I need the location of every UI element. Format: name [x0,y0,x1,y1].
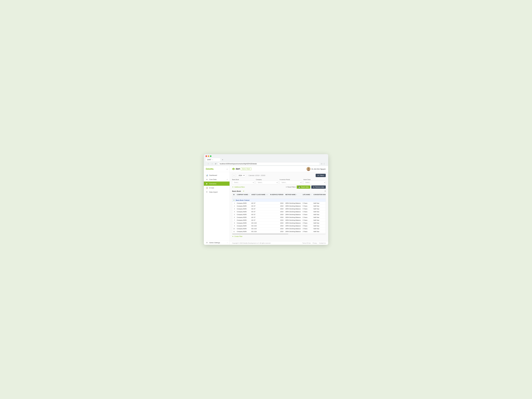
filters-button[interactable]: ▼ Filters [316,174,326,177]
action-row: ▼ Additional filters ✕ Reset Filters 💾 E… [232,185,326,189]
copy-icon[interactable]: ⧉ [325,190,326,192]
deloitte-logo: Deloitte. [206,168,214,170]
asset-class-select[interactable]: Select... [304,181,326,184]
cell-method: 200% Declining Balance [284,208,302,210]
sidebar: Deloitte. « 📊 Dashboard ★ Core Data ▾ ▶ … [204,166,230,245]
cell-method: 200% Declining Balance [284,205,302,208]
company-filter-group: Company Select... [256,179,278,184]
settings-icon: ⚙ [206,242,208,244]
group-header-cell: ▼ Basis Book: Federal [232,199,326,202]
deloitte-logo-text: Deloitte. [206,168,214,170]
cell-convention: Half-Year [312,213,326,216]
additional-filters-button[interactable]: ▼ Additional filters [232,186,245,188]
sidebar-collapse-button[interactable]: « [227,168,228,170]
forward-button[interactable]: → [211,163,213,165]
sidebar-item-dashboard[interactable]: 📊 Dashboard [204,173,229,177]
cell-life: 3 Years [302,224,312,227]
life-filter-icon[interactable]: ▼ [310,194,311,195]
method-filter-icon[interactable]: ▼ [296,194,297,195]
cell-convention: Half-Year [312,205,326,208]
filter-icon[interactable]: ▼ [243,190,244,192]
avatar [306,167,310,171]
cell-period: 2019 [269,216,284,219]
terms-of-use-link[interactable]: Terms Of Use [302,242,310,244]
create-filter-label: Create Filter [234,236,242,237]
cell-company: Company B205 [236,216,250,219]
footer-links: Terms Of Use Privacy Contact Us [302,242,326,244]
cell-method: 200% Declining Balance [284,227,302,230]
active-tab[interactable]: DART × [206,158,220,161]
maximize-dot[interactable] [210,155,211,157]
sort-icon[interactable]: ↑ [242,190,242,192]
basis-book-select[interactable]: Select... [232,181,254,184]
privacy-link[interactable]: Privacy [313,242,317,244]
company-filter-icon[interactable]: ▼ [248,194,249,195]
svg-point-4 [308,168,309,169]
sidebar-item-d-calc[interactable]: 📋 D-Calc [204,186,229,190]
group-header-label: Basis Book: Federal [236,200,249,201]
minimize-dot[interactable] [208,155,209,157]
in-service-period-select[interactable]: Select... [280,181,302,184]
address-input[interactable] [218,162,320,165]
table-row: 8 Company B205 AC-0.26 2019 200% Declini… [232,222,326,224]
asset-class-filter-icon[interactable]: ▼ [266,194,267,195]
cell-period: 2019 [269,230,284,233]
admin-settings-label: Admin Settings [209,242,220,244]
menu-icon[interactable]: ⋮ [323,163,325,165]
data-table: ID COMPANY NAME ▼ ASSET CLASS NAME ▼ ▼ [232,193,326,233]
cell-convention: Half-Year [312,210,326,213]
sidebar-item-scenarios[interactable]: ▶ Scenarios [204,182,229,186]
core-data-icon: ★ [206,178,208,180]
cell-company: Company B205 [236,205,250,208]
cell-convention: Half-Year [312,230,326,233]
year-select[interactable]: 2024 2023 2022 [237,174,246,177]
additional-filters-label: Additional filters [234,186,245,188]
new-tab-button[interactable]: + [221,158,224,162]
admin-settings-item[interactable]: ⚙ Admin Settings › [204,240,229,245]
dashboard-icon: 📊 [206,174,208,176]
cell-asset-class: AC-57 [250,213,269,216]
table-row: 10 Company B205 AC-0.26 2019 200% Declin… [232,227,326,230]
contact-us-link[interactable]: Contact Us [319,242,326,244]
scrollbar-thumb[interactable] [232,234,288,234]
tab-close-icon[interactable]: × [212,159,213,160]
cell-id: 11 [232,230,236,233]
browser-window: DART × + ← → ↺ ☆ ⋮ Deloitte. « [204,154,328,245]
create-filter-link[interactable]: ▼ Create Filter [232,234,326,238]
export-data-button[interactable]: 💾 Export data [297,185,310,189]
content-area: ← 2024 2023 2022 Calendar 1/2019 - 2/202… [230,172,328,241]
filter-row: Basis Book Select... Company Select... I… [232,179,326,184]
cell-asset-class: AC-57 [250,216,269,219]
year-back-button[interactable]: ← [232,174,236,177]
cell-company: Company B205 [236,219,250,222]
company-select[interactable]: Select... [256,181,278,184]
cell-life: 3 Years [302,230,312,233]
export-icon: 💾 [298,186,300,188]
reset-filters-button[interactable]: ✕ Reset Filters [286,186,296,188]
close-dot[interactable] [206,155,207,157]
cell-convention: Half-Year [312,224,326,227]
cell-life: 5 Years [302,205,312,208]
cell-asset-class: AC-57 [250,208,269,210]
retrieve-data-button[interactable]: 🖥 Retreive data [311,185,326,189]
chevron-down-icon: ▾ [227,179,228,180]
app-footer: Copyright © 2020 Deloitte Development LL… [230,241,328,245]
bookmark-icon[interactable]: ☆ [321,163,323,165]
user-name: Hi, Anh Kim Nguyen [311,168,326,170]
group-toggle-icon[interactable]: ▼ [233,200,234,201]
sidebar-item-core-data[interactable]: ★ Core Data ▾ [204,177,229,182]
back-button[interactable]: ← [207,163,210,165]
reload-button[interactable]: ↺ [214,163,217,165]
cell-asset-class: AC-0.26 [250,230,269,233]
asset-class-filter2-icon[interactable]: ▼ [267,194,268,195]
horizontal-scrollbar[interactable] [232,234,326,234]
th-company-name: COMPANY NAME ▼ [236,193,250,196]
cell-period: 2019 [269,219,284,222]
sidebar-item-data-import[interactable]: ⬆ Data Import [204,190,229,194]
app-container: Deloitte. « 📊 Dashboard ★ Core Data ▾ ▶ … [204,166,328,245]
data-import-icon: ⬆ [206,191,208,193]
cell-period: 2019 [269,227,284,230]
cell-id: 6 [232,216,236,219]
copyright-text: Copyright © 2020 Deloitte Development LL… [232,242,271,244]
th-method-name: METHOD NAME ▼ [284,193,302,196]
